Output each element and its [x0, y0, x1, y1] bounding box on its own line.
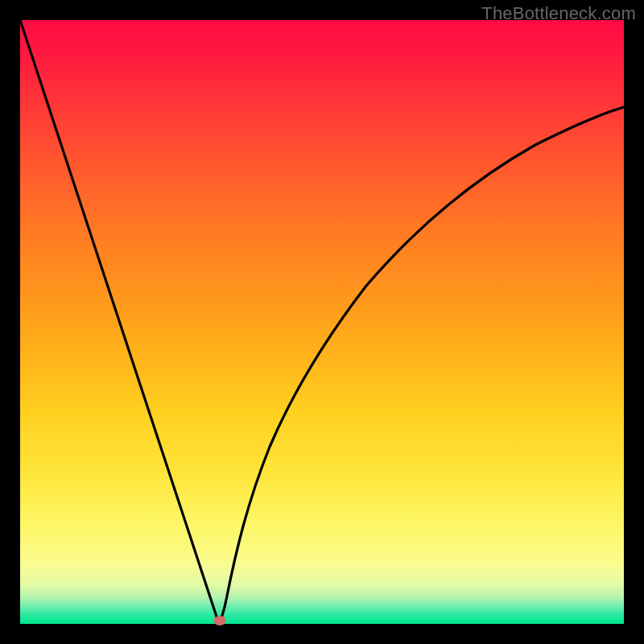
bottleneck-curve — [20, 20, 624, 624]
chart-frame: TheBottleneck.com — [0, 0, 644, 644]
minimum-marker-dot — [214, 616, 226, 625]
curve-path — [20, 20, 624, 624]
plot-area — [20, 20, 624, 624]
